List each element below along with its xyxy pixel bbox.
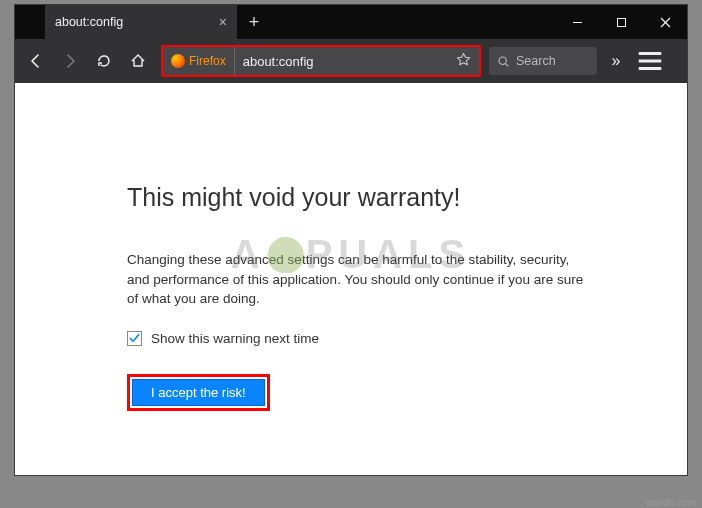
- hamburger-icon: [635, 46, 665, 76]
- new-tab-button[interactable]: +: [237, 5, 271, 39]
- search-icon: [497, 55, 510, 68]
- arrow-left-icon: [28, 53, 44, 69]
- page-content: This might void your warranty! Changing …: [15, 83, 687, 475]
- minimize-button[interactable]: [555, 5, 599, 39]
- home-icon: [130, 53, 146, 69]
- close-window-button[interactable]: [643, 5, 687, 39]
- identity-label: Firefox: [189, 54, 226, 68]
- star-icon: [456, 52, 471, 67]
- close-tab-icon[interactable]: ×: [219, 15, 227, 29]
- svg-point-4: [499, 57, 506, 64]
- overflow-button[interactable]: »: [601, 46, 631, 76]
- maximize-button[interactable]: [599, 5, 643, 39]
- checkbox-label: Show this warning next time: [151, 331, 319, 346]
- plus-icon: +: [249, 12, 260, 33]
- search-placeholder: Search: [516, 54, 556, 68]
- reload-button[interactable]: [89, 46, 119, 76]
- app-menu-button[interactable]: [635, 46, 665, 76]
- chevron-double-right-icon: »: [612, 52, 621, 70]
- image-credit: wsxdn.com: [646, 497, 696, 508]
- browser-tab[interactable]: about:config ×: [45, 5, 237, 39]
- svg-rect-1: [617, 18, 625, 26]
- forward-button[interactable]: [55, 46, 85, 76]
- minimize-icon: [572, 17, 583, 28]
- accept-highlight: I accept the risk!: [127, 374, 270, 411]
- tab-strip-spacer: [15, 5, 45, 39]
- url-input[interactable]: [235, 54, 448, 69]
- svg-line-5: [506, 63, 509, 66]
- checkmark-icon: [129, 333, 140, 344]
- close-icon: [660, 17, 671, 28]
- reload-icon: [96, 53, 112, 69]
- back-button[interactable]: [21, 46, 51, 76]
- checkbox[interactable]: [127, 331, 142, 346]
- titlebar: about:config × +: [15, 5, 687, 39]
- show-warning-checkbox-row[interactable]: Show this warning next time: [127, 331, 687, 346]
- maximize-icon: [616, 17, 627, 28]
- navigation-toolbar: Firefox Search »: [15, 39, 687, 83]
- home-button[interactable]: [123, 46, 153, 76]
- warning-body: Changing these advanced settings can be …: [127, 250, 587, 309]
- warning-heading: This might void your warranty!: [127, 183, 687, 212]
- tab-title: about:config: [55, 15, 123, 29]
- search-box[interactable]: Search: [489, 47, 597, 75]
- firefox-icon: [171, 54, 185, 68]
- arrow-right-icon: [62, 53, 78, 69]
- address-bar[interactable]: Firefox: [161, 45, 481, 77]
- identity-box[interactable]: Firefox: [163, 47, 235, 75]
- browser-window: about:config × +: [14, 4, 688, 476]
- window-controls: [555, 5, 687, 39]
- bookmark-star-button[interactable]: [448, 52, 479, 71]
- accept-risk-button[interactable]: I accept the risk!: [132, 379, 265, 406]
